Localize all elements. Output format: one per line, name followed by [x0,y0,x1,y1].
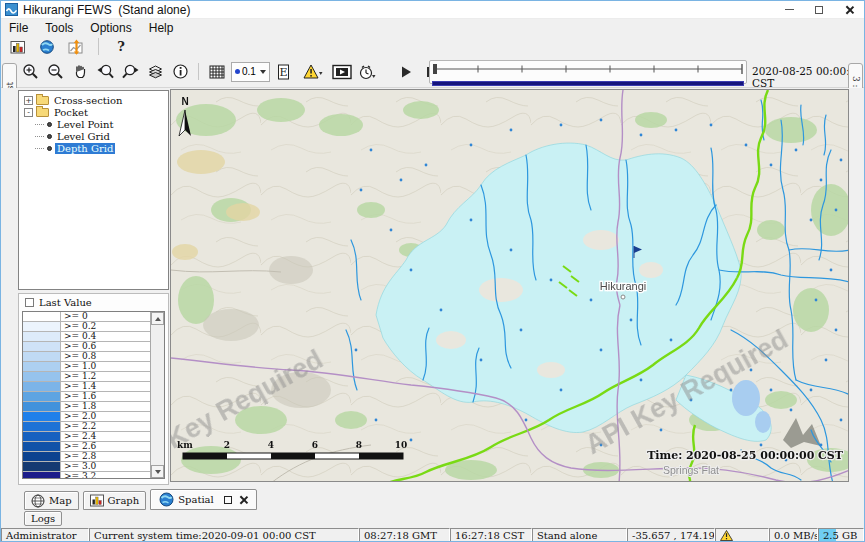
tree-item-depth-grid[interactable]: Depth Grid [19,142,168,154]
globe-display-icon[interactable] [36,36,58,57]
graph-icon [90,494,104,507]
legend-label: >= 0.2 [61,322,96,331]
legend-label: >= 1.0 [61,362,96,371]
status-coordinates: -35.657 , 174.199 [627,528,715,542]
legend-swatch [23,382,61,391]
svg-text:4: 4 [268,440,274,450]
map-toolbar: 0.1 E [1,57,864,88]
tab-graph-label: Graph [108,495,140,506]
legend-label: >= 2.6 [61,442,96,451]
menu-tools[interactable]: Tools [45,21,73,35]
layers-icon[interactable] [144,61,166,82]
status-user: Administrator [1,528,89,542]
menu-help[interactable]: Help [149,21,174,35]
status-gmt-time: 08:27:18 GMT [359,528,450,542]
svg-text:8: 8 [356,440,362,450]
close-button[interactable] [834,1,864,18]
legend-swatch [23,392,61,401]
tree-label[interactable]: Cross-section [52,95,124,106]
tree-item-level-grid[interactable]: Level Grid [19,130,168,142]
status-download-speed: 0.0 MB/s [769,528,818,542]
tree-label-selected[interactable]: Depth Grid [55,143,115,154]
tree-item-cross-section[interactable]: + Cross-section [19,94,168,106]
expander-icon[interactable]: - [24,108,33,117]
memory-label: 2.5 GB [823,530,857,541]
thresholds-warning-icon[interactable] [298,61,328,82]
maximize-button[interactable] [804,1,834,18]
legend-label: >= 2.4 [61,432,96,441]
zoom-previous-icon[interactable] [94,61,116,82]
bottom-tab-bar: Map Graph Spatial [1,488,864,510]
scroll-down-icon[interactable] [151,465,164,478]
time-slider[interactable] [429,60,747,84]
spatial-globe-icon [159,492,174,507]
legend-list: >= 0>= 0.2>= 0.4>= 0.6>= 0.8>= 1.0>= 1.2… [23,312,150,479]
legend-label: >= 0 [61,312,88,321]
tree-label[interactable]: Pocket [52,107,90,118]
zoom-in-icon[interactable] [19,61,41,82]
pan-icon[interactable] [69,61,91,82]
app-logo-icon [5,3,18,16]
svg-text:10: 10 [395,440,408,450]
menu-options[interactable]: Options [90,21,131,35]
logs-button[interactable]: Logs [24,511,62,526]
menu-file[interactable]: File [9,21,28,35]
play-icon[interactable] [395,61,417,82]
svg-text:6: 6 [312,440,318,450]
label-toggle-icon[interactable]: E [273,61,295,82]
legend-swatch [23,412,61,421]
last-value-checkbox[interactable] [25,298,34,307]
legend-panel: Last Value >= 0>= 0.2>= 0.4>= 0.6>= 0.8>… [18,293,169,485]
tree-connector [35,124,44,125]
svg-text:km: km [177,440,193,450]
toolbar-separator [98,38,99,55]
folder-icon [36,108,49,117]
tree-item-pocket[interactable]: - Pocket [19,106,168,118]
close-panel-icon[interactable] [240,496,248,504]
legend-label: >= 0.4 [61,332,96,341]
main-area: + Cross-section - Pocket Level Point Lev… [1,88,864,488]
tab-spatial[interactable]: Spatial [150,489,257,510]
legend-row[interactable]: >= 3.2 [23,472,150,479]
zoom-out-icon[interactable] [44,61,66,82]
last-value-row: Last Value [19,294,168,311]
grid-icon[interactable] [206,61,228,82]
legend-swatch [23,372,61,381]
tree-connector [35,136,44,137]
tree-connector [35,148,44,149]
tree-label[interactable]: Level Point [55,119,116,130]
legend-scrollbar[interactable] [150,312,164,478]
info-icon[interactable] [169,61,191,82]
tab-graph[interactable]: Graph [83,491,147,510]
town-label: Hikurangi [600,280,646,292]
legend-label: >= 1.6 [61,392,96,401]
tab-map-label: Map [49,495,72,506]
svg-text:2: 2 [224,440,230,450]
legend-swatch [23,352,61,361]
warning-icon [720,530,733,541]
legend-swatch [23,362,61,371]
timer-icon[interactable] [356,61,378,82]
main-toolbar: ? [1,36,864,57]
bullet-icon [47,146,52,151]
tree-item-level-point[interactable]: Level Point [19,118,168,130]
svg-text:N: N [181,96,188,107]
contour-threshold-dropdown[interactable]: 0.1 [231,62,270,82]
tab-spatial-label: Spatial [178,494,214,505]
tab-map[interactable]: Map [24,491,79,510]
timeseries-display-icon[interactable] [65,36,87,57]
status-alerts[interactable] [715,528,769,542]
locality-label: Springs Flat [663,464,719,476]
tree-label[interactable]: Level Grid [55,131,112,142]
help-icon[interactable]: ? [110,36,132,57]
map-view[interactable]: API Key Required API Key Required Hikura… [170,89,849,482]
logs-chart-icon[interactable] [7,36,29,57]
animation-panel-icon[interactable] [331,61,353,82]
expander-icon[interactable]: + [24,96,33,105]
legend-label: >= 2.2 [61,422,96,431]
restore-panel-icon[interactable] [224,496,232,504]
svg-text:E: E [280,66,288,79]
minimize-button[interactable] [774,1,804,18]
zoom-next-icon[interactable] [119,61,141,82]
scroll-up-icon[interactable] [151,312,164,325]
